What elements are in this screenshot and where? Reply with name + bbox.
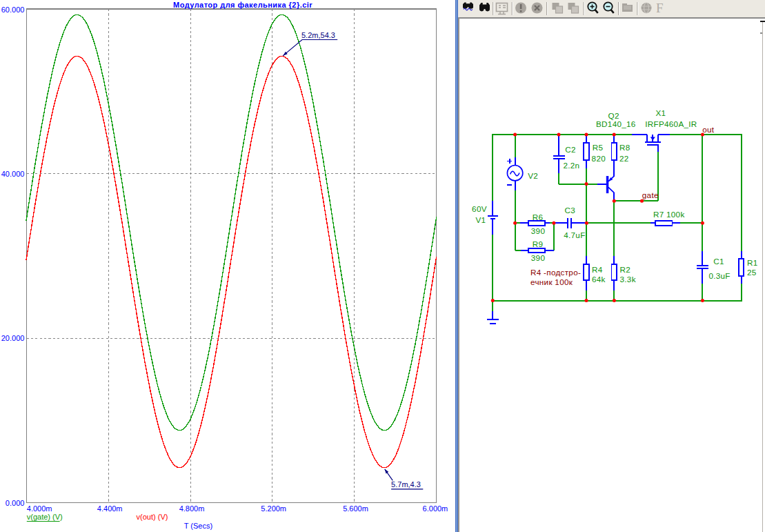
svg-text:V1: V1: [476, 215, 486, 224]
svg-text:0.3uF: 0.3uF: [708, 271, 730, 280]
svg-text:R5: R5: [593, 143, 604, 152]
svg-text:C2: C2: [565, 145, 576, 154]
svg-text:C3: C3: [565, 206, 576, 215]
svg-text:R2: R2: [620, 265, 631, 274]
svg-text:60V: 60V: [472, 204, 487, 213]
svg-text:BD140_16: BD140_16: [596, 119, 636, 128]
svg-text:IRFP460A_IR: IRFP460A_IR: [645, 119, 697, 128]
svg-text:64k: 64k: [592, 275, 606, 284]
svg-text:C1: C1: [713, 257, 724, 266]
svg-text:390: 390: [531, 226, 546, 235]
svg-text:R9: R9: [533, 239, 544, 248]
svg-text:390: 390: [531, 253, 546, 262]
svg-text:Q2: Q2: [608, 111, 619, 120]
svg-text:V2: V2: [528, 171, 538, 180]
svg-text:R8: R8: [619, 143, 630, 152]
svg-text:4.7uF: 4.7uF: [564, 230, 585, 239]
svg-text:R7 100k: R7 100k: [653, 210, 685, 219]
svg-text:R1: R1: [747, 258, 758, 267]
svg-text:820: 820: [592, 154, 606, 163]
svg-text:F: F: [656, 1, 664, 15]
svg-text:out: out: [702, 125, 715, 134]
svg-text:R6: R6: [533, 213, 544, 221]
svg-text:25: 25: [747, 268, 757, 277]
svg-text:X1: X1: [655, 108, 666, 117]
svg-text:2.2n: 2.2n: [563, 161, 579, 170]
svg-text:3.3k: 3.3k: [620, 275, 636, 284]
svg-text:ечник 100к: ечник 100к: [530, 277, 573, 286]
svg-text:gate: gate: [642, 190, 659, 199]
svg-text:R4 -подстро-: R4 -подстро-: [530, 268, 581, 277]
svg-text:22: 22: [619, 154, 629, 163]
svg-text:R4: R4: [592, 265, 603, 274]
